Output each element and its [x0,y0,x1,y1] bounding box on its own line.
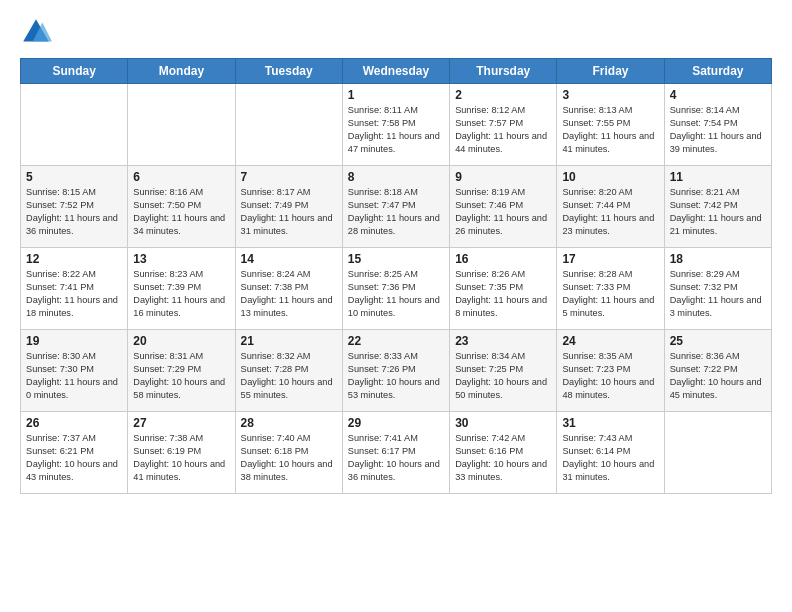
day-info: Sunrise: 8:32 AM Sunset: 7:28 PM Dayligh… [241,350,337,402]
day-number: 4 [670,88,766,102]
page: SundayMondayTuesdayWednesdayThursdayFrid… [0,0,792,612]
day-number: 14 [241,252,337,266]
calendar-cell [235,84,342,166]
day-number: 25 [670,334,766,348]
day-info: Sunrise: 8:28 AM Sunset: 7:33 PM Dayligh… [562,268,658,320]
day-info: Sunrise: 8:29 AM Sunset: 7:32 PM Dayligh… [670,268,766,320]
calendar-cell: 28Sunrise: 7:40 AM Sunset: 6:18 PM Dayli… [235,412,342,494]
calendar-cell: 19Sunrise: 8:30 AM Sunset: 7:30 PM Dayli… [21,330,128,412]
day-number: 11 [670,170,766,184]
calendar-week-5: 26Sunrise: 7:37 AM Sunset: 6:21 PM Dayli… [21,412,772,494]
calendar-week-1: 1Sunrise: 8:11 AM Sunset: 7:58 PM Daylig… [21,84,772,166]
calendar-cell: 6Sunrise: 8:16 AM Sunset: 7:50 PM Daylig… [128,166,235,248]
day-info: Sunrise: 8:34 AM Sunset: 7:25 PM Dayligh… [455,350,551,402]
calendar-cell: 24Sunrise: 8:35 AM Sunset: 7:23 PM Dayli… [557,330,664,412]
day-number: 8 [348,170,444,184]
weekday-header-tuesday: Tuesday [235,59,342,84]
day-info: Sunrise: 8:24 AM Sunset: 7:38 PM Dayligh… [241,268,337,320]
weekday-header-monday: Monday [128,59,235,84]
weekday-header-friday: Friday [557,59,664,84]
calendar-cell: 11Sunrise: 8:21 AM Sunset: 7:42 PM Dayli… [664,166,771,248]
weekday-header-wednesday: Wednesday [342,59,449,84]
day-info: Sunrise: 8:19 AM Sunset: 7:46 PM Dayligh… [455,186,551,238]
weekday-header-saturday: Saturday [664,59,771,84]
calendar-cell: 31Sunrise: 7:43 AM Sunset: 6:14 PM Dayli… [557,412,664,494]
day-info: Sunrise: 7:37 AM Sunset: 6:21 PM Dayligh… [26,432,122,484]
day-info: Sunrise: 8:17 AM Sunset: 7:49 PM Dayligh… [241,186,337,238]
day-number: 23 [455,334,551,348]
calendar-cell: 29Sunrise: 7:41 AM Sunset: 6:17 PM Dayli… [342,412,449,494]
calendar-cell: 10Sunrise: 8:20 AM Sunset: 7:44 PM Dayli… [557,166,664,248]
day-number: 10 [562,170,658,184]
calendar-cell: 12Sunrise: 8:22 AM Sunset: 7:41 PM Dayli… [21,248,128,330]
header [20,16,772,48]
day-info: Sunrise: 8:36 AM Sunset: 7:22 PM Dayligh… [670,350,766,402]
day-number: 18 [670,252,766,266]
day-number: 1 [348,88,444,102]
day-number: 3 [562,88,658,102]
day-number: 27 [133,416,229,430]
day-info: Sunrise: 8:12 AM Sunset: 7:57 PM Dayligh… [455,104,551,156]
day-number: 7 [241,170,337,184]
weekday-header-sunday: Sunday [21,59,128,84]
day-number: 19 [26,334,122,348]
day-number: 30 [455,416,551,430]
day-number: 5 [26,170,122,184]
day-info: Sunrise: 7:42 AM Sunset: 6:16 PM Dayligh… [455,432,551,484]
day-number: 21 [241,334,337,348]
day-info: Sunrise: 7:41 AM Sunset: 6:17 PM Dayligh… [348,432,444,484]
calendar-week-4: 19Sunrise: 8:30 AM Sunset: 7:30 PM Dayli… [21,330,772,412]
day-info: Sunrise: 8:20 AM Sunset: 7:44 PM Dayligh… [562,186,658,238]
day-number: 6 [133,170,229,184]
day-info: Sunrise: 8:30 AM Sunset: 7:30 PM Dayligh… [26,350,122,402]
calendar-cell: 14Sunrise: 8:24 AM Sunset: 7:38 PM Dayli… [235,248,342,330]
logo-icon [20,16,52,48]
calendar-cell: 17Sunrise: 8:28 AM Sunset: 7:33 PM Dayli… [557,248,664,330]
day-info: Sunrise: 8:16 AM Sunset: 7:50 PM Dayligh… [133,186,229,238]
day-number: 12 [26,252,122,266]
calendar-cell: 22Sunrise: 8:33 AM Sunset: 7:26 PM Dayli… [342,330,449,412]
calendar-cell: 26Sunrise: 7:37 AM Sunset: 6:21 PM Dayli… [21,412,128,494]
logo [20,16,56,48]
calendar-cell: 1Sunrise: 8:11 AM Sunset: 7:58 PM Daylig… [342,84,449,166]
day-number: 15 [348,252,444,266]
day-info: Sunrise: 8:22 AM Sunset: 7:41 PM Dayligh… [26,268,122,320]
day-number: 16 [455,252,551,266]
calendar-cell: 20Sunrise: 8:31 AM Sunset: 7:29 PM Dayli… [128,330,235,412]
calendar-cell: 5Sunrise: 8:15 AM Sunset: 7:52 PM Daylig… [21,166,128,248]
day-info: Sunrise: 8:25 AM Sunset: 7:36 PM Dayligh… [348,268,444,320]
day-info: Sunrise: 8:15 AM Sunset: 7:52 PM Dayligh… [26,186,122,238]
calendar-cell: 25Sunrise: 8:36 AM Sunset: 7:22 PM Dayli… [664,330,771,412]
day-number: 13 [133,252,229,266]
day-info: Sunrise: 8:35 AM Sunset: 7:23 PM Dayligh… [562,350,658,402]
calendar-cell: 23Sunrise: 8:34 AM Sunset: 7:25 PM Dayli… [450,330,557,412]
weekday-header-thursday: Thursday [450,59,557,84]
day-number: 9 [455,170,551,184]
day-number: 20 [133,334,229,348]
day-info: Sunrise: 7:43 AM Sunset: 6:14 PM Dayligh… [562,432,658,484]
day-info: Sunrise: 7:38 AM Sunset: 6:19 PM Dayligh… [133,432,229,484]
calendar-cell: 21Sunrise: 8:32 AM Sunset: 7:28 PM Dayli… [235,330,342,412]
day-number: 29 [348,416,444,430]
day-info: Sunrise: 8:13 AM Sunset: 7:55 PM Dayligh… [562,104,658,156]
calendar-cell: 7Sunrise: 8:17 AM Sunset: 7:49 PM Daylig… [235,166,342,248]
day-info: Sunrise: 8:31 AM Sunset: 7:29 PM Dayligh… [133,350,229,402]
day-info: Sunrise: 7:40 AM Sunset: 6:18 PM Dayligh… [241,432,337,484]
day-number: 2 [455,88,551,102]
calendar-week-2: 5Sunrise: 8:15 AM Sunset: 7:52 PM Daylig… [21,166,772,248]
weekday-header-row: SundayMondayTuesdayWednesdayThursdayFrid… [21,59,772,84]
day-info: Sunrise: 8:33 AM Sunset: 7:26 PM Dayligh… [348,350,444,402]
day-info: Sunrise: 8:23 AM Sunset: 7:39 PM Dayligh… [133,268,229,320]
day-info: Sunrise: 8:11 AM Sunset: 7:58 PM Dayligh… [348,104,444,156]
day-info: Sunrise: 8:21 AM Sunset: 7:42 PM Dayligh… [670,186,766,238]
day-number: 22 [348,334,444,348]
calendar-cell: 3Sunrise: 8:13 AM Sunset: 7:55 PM Daylig… [557,84,664,166]
day-number: 17 [562,252,658,266]
calendar-cell [664,412,771,494]
day-info: Sunrise: 8:18 AM Sunset: 7:47 PM Dayligh… [348,186,444,238]
day-number: 31 [562,416,658,430]
calendar-cell: 4Sunrise: 8:14 AM Sunset: 7:54 PM Daylig… [664,84,771,166]
day-info: Sunrise: 8:14 AM Sunset: 7:54 PM Dayligh… [670,104,766,156]
calendar-cell: 13Sunrise: 8:23 AM Sunset: 7:39 PM Dayli… [128,248,235,330]
calendar-cell: 27Sunrise: 7:38 AM Sunset: 6:19 PM Dayli… [128,412,235,494]
